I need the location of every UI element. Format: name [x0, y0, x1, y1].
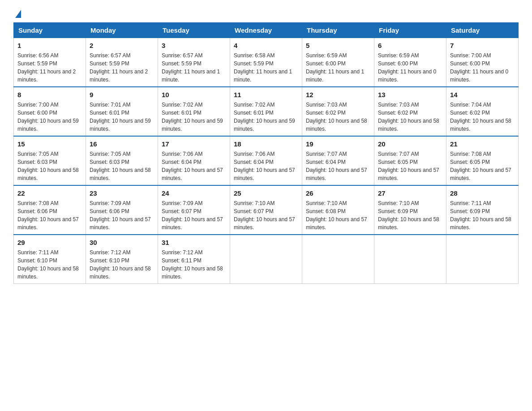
day-number: 9: [90, 90, 154, 99]
day-info: Sunrise: 7:09 AM Sunset: 6:07 PM Dayligh…: [162, 199, 226, 231]
day-info: Sunrise: 6:59 AM Sunset: 6:00 PM Dayligh…: [306, 51, 370, 84]
column-header-tuesday: Tuesday: [158, 23, 230, 38]
calendar-cell: 13 Sunrise: 7:03 AM Sunset: 6:02 PM Dayl…: [374, 87, 446, 136]
day-number: 18: [234, 139, 298, 149]
day-number: 13: [378, 90, 442, 99]
calendar-cell: 4 Sunrise: 6:58 AM Sunset: 5:59 PM Dayli…: [230, 38, 302, 87]
day-number: 31: [162, 238, 226, 247]
calendar-cell: [302, 235, 374, 284]
day-number: 5: [306, 41, 370, 50]
day-number: 15: [17, 139, 82, 149]
day-info: Sunrise: 7:10 AM Sunset: 6:08 PM Dayligh…: [306, 199, 370, 231]
day-number: 23: [90, 188, 154, 198]
calendar-cell: 24 Sunrise: 7:09 AM Sunset: 6:07 PM Dayl…: [158, 185, 230, 235]
calendar-cell: 27 Sunrise: 7:10 AM Sunset: 6:09 PM Dayl…: [374, 185, 446, 235]
day-info: Sunrise: 7:10 AM Sunset: 6:09 PM Dayligh…: [378, 199, 442, 231]
calendar-cell: 21 Sunrise: 7:08 AM Sunset: 6:05 PM Dayl…: [446, 136, 519, 185]
calendar-cell: 7 Sunrise: 7:00 AM Sunset: 6:00 PM Dayli…: [446, 38, 519, 87]
day-number: 8: [17, 90, 82, 99]
day-info: Sunrise: 7:05 AM Sunset: 6:03 PM Dayligh…: [90, 150, 154, 182]
day-info: Sunrise: 7:06 AM Sunset: 6:04 PM Dayligh…: [162, 150, 226, 182]
day-info: Sunrise: 7:12 AM Sunset: 6:10 PM Dayligh…: [90, 248, 154, 281]
calendar-cell: 6 Sunrise: 6:59 AM Sunset: 6:00 PM Dayli…: [374, 38, 446, 87]
logo: [13, 9, 21, 18]
day-number: 22: [17, 188, 82, 198]
calendar-cell: 28 Sunrise: 7:11 AM Sunset: 6:09 PM Dayl…: [446, 185, 519, 235]
calendar-cell: 29 Sunrise: 7:11 AM Sunset: 6:10 PM Dayl…: [14, 235, 86, 284]
day-number: 27: [378, 188, 442, 198]
day-number: 16: [90, 139, 154, 149]
day-number: 2: [90, 41, 154, 50]
calendar-cell: 15 Sunrise: 7:05 AM Sunset: 6:03 PM Dayl…: [14, 136, 86, 185]
calendar-cell: 14 Sunrise: 7:04 AM Sunset: 6:02 PM Dayl…: [446, 87, 519, 136]
day-info: Sunrise: 7:08 AM Sunset: 6:05 PM Dayligh…: [450, 150, 515, 182]
calendar-cell: 9 Sunrise: 7:01 AM Sunset: 6:01 PM Dayli…: [86, 87, 158, 136]
day-info: Sunrise: 6:58 AM Sunset: 5:59 PM Dayligh…: [234, 51, 298, 84]
day-info: Sunrise: 7:01 AM Sunset: 6:01 PM Dayligh…: [90, 101, 154, 133]
day-info: Sunrise: 7:02 AM Sunset: 6:01 PM Dayligh…: [234, 101, 298, 133]
column-header-wednesday: Wednesday: [230, 23, 302, 38]
day-info: Sunrise: 7:02 AM Sunset: 6:01 PM Dayligh…: [162, 101, 226, 133]
day-info: Sunrise: 7:04 AM Sunset: 6:02 PM Dayligh…: [450, 101, 515, 133]
calendar-cell: [446, 235, 519, 284]
day-info: Sunrise: 7:08 AM Sunset: 6:06 PM Dayligh…: [17, 199, 82, 231]
day-number: 17: [162, 139, 226, 149]
day-info: Sunrise: 7:09 AM Sunset: 6:06 PM Dayligh…: [90, 199, 154, 231]
calendar-cell: 18 Sunrise: 7:06 AM Sunset: 6:04 PM Dayl…: [230, 136, 302, 185]
column-header-thursday: Thursday: [302, 23, 374, 38]
calendar-week-row: 1 Sunrise: 6:56 AM Sunset: 5:59 PM Dayli…: [14, 38, 519, 87]
calendar-cell: 22 Sunrise: 7:08 AM Sunset: 6:06 PM Dayl…: [14, 185, 86, 235]
day-info: Sunrise: 7:00 AM Sunset: 6:00 PM Dayligh…: [17, 101, 82, 133]
day-info: Sunrise: 7:12 AM Sunset: 6:11 PM Dayligh…: [162, 248, 226, 281]
calendar-week-row: 29 Sunrise: 7:11 AM Sunset: 6:10 PM Dayl…: [14, 235, 519, 284]
calendar-cell: 5 Sunrise: 6:59 AM Sunset: 6:00 PM Dayli…: [302, 38, 374, 87]
calendar-cell: 3 Sunrise: 6:57 AM Sunset: 5:59 PM Dayli…: [158, 38, 230, 87]
calendar-cell: 30 Sunrise: 7:12 AM Sunset: 6:10 PM Dayl…: [86, 235, 158, 284]
calendar-table: SundayMondayTuesdayWednesdayThursdayFrid…: [13, 22, 519, 284]
day-number: 20: [378, 139, 442, 149]
calendar-week-row: 22 Sunrise: 7:08 AM Sunset: 6:06 PM Dayl…: [14, 185, 519, 235]
day-number: 25: [234, 188, 298, 198]
day-number: 28: [450, 188, 515, 198]
calendar-cell: 1 Sunrise: 6:56 AM Sunset: 5:59 PM Dayli…: [14, 38, 86, 87]
day-info: Sunrise: 7:03 AM Sunset: 6:02 PM Dayligh…: [378, 101, 442, 133]
day-info: Sunrise: 7:07 AM Sunset: 6:04 PM Dayligh…: [306, 150, 370, 182]
page-header: [13, 9, 519, 18]
day-number: 7: [450, 41, 515, 50]
calendar-cell: 16 Sunrise: 7:05 AM Sunset: 6:03 PM Dayl…: [86, 136, 158, 185]
calendar-cell: 10 Sunrise: 7:02 AM Sunset: 6:01 PM Dayl…: [158, 87, 230, 136]
day-number: 4: [234, 41, 298, 50]
calendar-cell: 25 Sunrise: 7:10 AM Sunset: 6:07 PM Dayl…: [230, 185, 302, 235]
calendar-cell: 23 Sunrise: 7:09 AM Sunset: 6:06 PM Dayl…: [86, 185, 158, 235]
day-number: 29: [17, 238, 82, 247]
day-number: 10: [162, 90, 226, 99]
calendar-cell: 31 Sunrise: 7:12 AM Sunset: 6:11 PM Dayl…: [158, 235, 230, 284]
day-info: Sunrise: 7:03 AM Sunset: 6:02 PM Dayligh…: [306, 101, 370, 133]
column-header-saturday: Saturday: [446, 23, 519, 38]
day-info: Sunrise: 7:06 AM Sunset: 6:04 PM Dayligh…: [234, 150, 298, 182]
day-info: Sunrise: 6:57 AM Sunset: 5:59 PM Dayligh…: [162, 51, 226, 84]
calendar-cell: 2 Sunrise: 6:57 AM Sunset: 5:59 PM Dayli…: [86, 38, 158, 87]
day-info: Sunrise: 7:11 AM Sunset: 6:10 PM Dayligh…: [17, 248, 82, 281]
calendar-cell: 17 Sunrise: 7:06 AM Sunset: 6:04 PM Dayl…: [158, 136, 230, 185]
day-number: 19: [306, 139, 370, 149]
calendar-cell: [230, 235, 302, 284]
calendar-cell: 8 Sunrise: 7:00 AM Sunset: 6:00 PM Dayli…: [14, 87, 86, 136]
day-number: 21: [450, 139, 515, 149]
day-number: 1: [17, 41, 82, 50]
calendar-week-row: 15 Sunrise: 7:05 AM Sunset: 6:03 PM Dayl…: [14, 136, 519, 185]
calendar-cell: 11 Sunrise: 7:02 AM Sunset: 6:01 PM Dayl…: [230, 87, 302, 136]
calendar-cell: 19 Sunrise: 7:07 AM Sunset: 6:04 PM Dayl…: [302, 136, 374, 185]
calendar-cell: [374, 235, 446, 284]
day-number: 12: [306, 90, 370, 99]
day-info: Sunrise: 7:07 AM Sunset: 6:05 PM Dayligh…: [378, 150, 442, 182]
calendar-cell: 26 Sunrise: 7:10 AM Sunset: 6:08 PM Dayl…: [302, 185, 374, 235]
day-number: 26: [306, 188, 370, 198]
calendar-header-row: SundayMondayTuesdayWednesdayThursdayFrid…: [14, 23, 519, 38]
day-number: 6: [378, 41, 442, 50]
day-number: 14: [450, 90, 515, 99]
column-header-friday: Friday: [374, 23, 446, 38]
day-info: Sunrise: 6:57 AM Sunset: 5:59 PM Dayligh…: [90, 51, 154, 84]
day-info: Sunrise: 7:10 AM Sunset: 6:07 PM Dayligh…: [234, 199, 298, 231]
day-number: 24: [162, 188, 226, 198]
